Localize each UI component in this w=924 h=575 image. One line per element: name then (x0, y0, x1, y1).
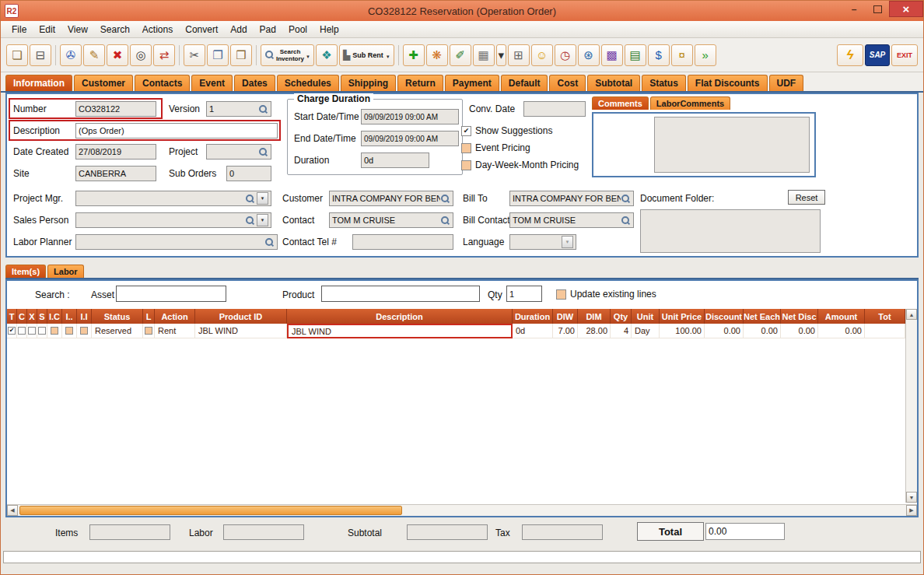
search-icon[interactable] (245, 194, 255, 204)
menu-actions[interactable]: Actions (136, 23, 179, 37)
menu-pad[interactable]: Pad (254, 23, 282, 37)
row-checkbox-t[interactable] (8, 327, 16, 335)
find-button[interactable]: ◎ (130, 44, 152, 66)
col-product-id[interactable]: Product ID (195, 309, 287, 324)
menu-edit[interactable]: Edit (33, 23, 61, 37)
col-diw[interactable]: DIW (553, 309, 578, 324)
exit-button[interactable]: EXIT (891, 44, 918, 66)
col-total[interactable]: Tot (865, 309, 905, 324)
sub-rent-button[interactable]: ▙ Sub Rent (339, 44, 394, 66)
col-unit-price[interactable]: Unit Price (660, 309, 705, 324)
vertical-scrollbar[interactable] (905, 309, 917, 503)
paste-button[interactable]: ❒ (230, 44, 252, 66)
menu-convert[interactable]: Convert (179, 23, 224, 37)
number-field[interactable]: CO328122 (75, 101, 156, 117)
tab-schedules[interactable]: Schedules (277, 75, 339, 91)
reset-button[interactable]: Reset (788, 190, 825, 205)
project-mgr-field[interactable] (75, 191, 271, 206)
row-checkbox-i2[interactable] (65, 327, 73, 335)
product-input[interactable] (321, 286, 480, 302)
description-field[interactable]: (Ops Order) (75, 123, 278, 138)
tab-information[interactable]: Information (5, 75, 72, 91)
row-checkbox-ii[interactable] (80, 327, 88, 335)
col-qty[interactable]: Qty (611, 309, 632, 324)
pad-dropdown-button[interactable]: ▾ (496, 44, 506, 66)
cell-description[interactable]: JBL WIND (287, 324, 513, 338)
export-button[interactable]: » (695, 44, 716, 66)
notes-button[interactable]: ✐ (450, 44, 471, 66)
col-c[interactable]: C (17, 309, 27, 324)
labor-planner-field[interactable] (75, 234, 278, 250)
show-suggestions-option[interactable]: Show Suggestions (461, 124, 552, 138)
tab-payment[interactable]: Payment (445, 75, 499, 91)
col-ii[interactable]: I.I (77, 309, 92, 324)
tab-contacts[interactable]: Contacts (135, 75, 190, 91)
delete-button[interactable]: ✖ (107, 44, 128, 66)
sub-orders-field[interactable]: 0 (226, 166, 271, 181)
tab-comments[interactable]: Comments (592, 96, 649, 110)
minimize-button[interactable] (842, 1, 866, 17)
col-net-each[interactable]: Net Each (744, 309, 781, 324)
bill-contact-field[interactable]: TOM M CRUISE (509, 212, 634, 228)
database-button[interactable]: ▩ (601, 44, 623, 66)
site-field[interactable]: CANBERRA (75, 166, 156, 181)
save-button[interactable]: ✇ (60, 44, 82, 66)
col-l[interactable]: L (143, 309, 155, 324)
menu-add[interactable]: Add (224, 23, 253, 37)
maximize-button[interactable] (866, 1, 889, 17)
event-pricing-option[interactable]: Event Pricing (461, 141, 530, 155)
checkbox[interactable] (556, 289, 566, 300)
col-i2[interactable]: I.. (62, 309, 77, 324)
row-checkbox-x[interactable] (28, 327, 36, 335)
tab-status[interactable]: Status (642, 75, 686, 91)
search-icon[interactable] (258, 147, 268, 157)
cut-button[interactable]: ✂ (184, 44, 205, 66)
tab-event[interactable]: Event (191, 75, 233, 91)
tab-customer[interactable]: Customer (74, 75, 133, 91)
search-icon[interactable] (440, 216, 450, 226)
web-button[interactable]: ⊛ (578, 44, 600, 66)
language-field[interactable] (509, 234, 576, 250)
menu-help[interactable]: Help (313, 23, 345, 37)
comments-textarea[interactable] (654, 117, 810, 173)
row-checkbox-c[interactable] (18, 327, 26, 335)
search-icon[interactable] (621, 216, 631, 226)
project-field[interactable] (206, 144, 271, 160)
col-action[interactable]: Action (155, 309, 195, 324)
sales-person-field[interactable] (75, 212, 271, 228)
tab-subtotal[interactable]: Subtotal (587, 75, 640, 91)
table-row[interactable]: Reserved Rent JBL WIND JBL WIND 0d 7.00 … (7, 324, 905, 338)
col-t[interactable]: T (7, 309, 17, 324)
flash-button[interactable]: ϟ (837, 44, 863, 66)
menu-file[interactable]: File (5, 23, 33, 37)
tab-labor-comments[interactable]: LaborComments (650, 96, 730, 110)
col-dim[interactable]: DIM (578, 309, 611, 324)
row-checkbox-s[interactable] (38, 327, 46, 335)
version-field[interactable]: 1 (206, 101, 271, 117)
customer-field[interactable]: INTRA COMPANY FOR BEN (329, 191, 453, 206)
bill-to-field[interactable]: INTRA COMPANY FOR BEN (509, 191, 634, 206)
qty-input[interactable] (506, 286, 542, 302)
menu-pool[interactable]: Pool (282, 23, 313, 37)
tab-dates[interactable]: Dates (234, 75, 275, 91)
tab-cost[interactable]: Cost (549, 75, 586, 91)
tab-labor[interactable]: Labor (47, 265, 84, 278)
horizontal-scrollbar[interactable] (7, 504, 917, 516)
scroll-down-icon[interactable] (906, 492, 917, 503)
print-button[interactable]: ⊟ (30, 44, 51, 66)
chevron-down-icon[interactable] (257, 192, 268, 205)
end-datetime-field[interactable]: 09/09/2019 09:00 AM (361, 131, 459, 146)
sap-button[interactable]: SAP (865, 44, 890, 66)
copy-button[interactable]: ❐ (207, 44, 229, 66)
col-ic[interactable]: I.C (47, 309, 62, 324)
menu-search[interactable]: Search (94, 23, 136, 37)
search-inventory-button[interactable]: Search Inventory (261, 44, 314, 66)
col-discount[interactable]: Discount (705, 309, 744, 324)
pool-button[interactable]: ❋ (426, 44, 448, 66)
inventory-item-button[interactable]: ❖ (316, 44, 338, 66)
tab-return[interactable]: Return (397, 75, 443, 91)
checkbox[interactable] (461, 126, 471, 136)
duration-field[interactable]: 0d (361, 153, 429, 168)
col-x[interactable]: X (27, 309, 37, 324)
col-description[interactable]: Description (287, 309, 513, 324)
